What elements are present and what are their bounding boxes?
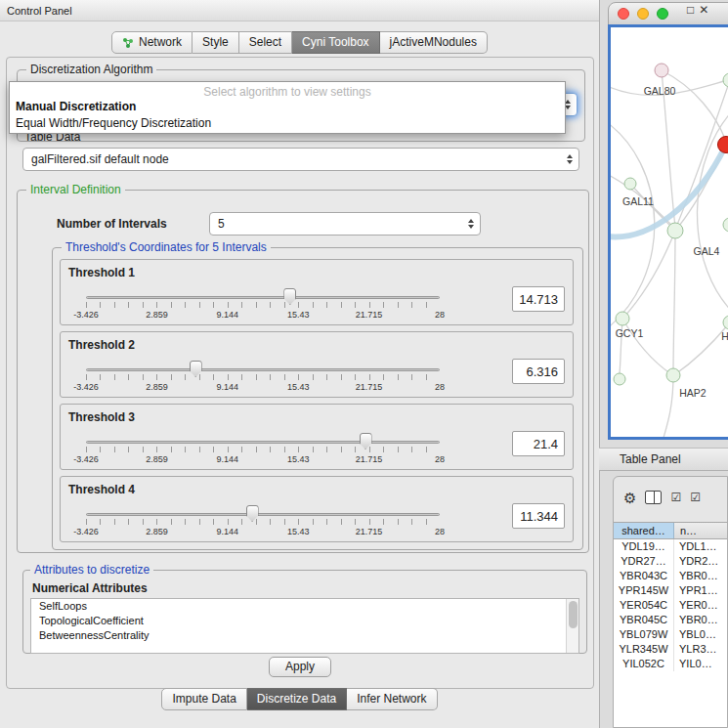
tab-infer-network[interactable]: Infer Network (347, 688, 437, 710)
column-header-name[interactable]: n… (674, 523, 727, 538)
top-tab-bar: Network Style Select Cyni Toolbox jActiv… (0, 31, 599, 54)
network-edge[interactable] (673, 231, 675, 373)
network-node[interactable] (718, 137, 728, 153)
table-window: ⚙ ☑ ☑ shared… n… YDL19…YDL1…YDR27…YDR2…Y… (613, 476, 728, 728)
mac-minimize-button[interactable] (637, 8, 649, 20)
cell-shared-name[interactable]: YER054C (614, 598, 674, 613)
mac-zoom-button[interactable] (657, 8, 668, 20)
threshold-slider[interactable]: -3.4262.8599.14415.4321.71528 (86, 360, 440, 395)
cell-shared-name[interactable]: YPR145W (614, 583, 674, 598)
scale-label: 21.715 (356, 527, 383, 536)
float-button[interactable]: □ (687, 3, 694, 17)
slider-track[interactable] (86, 441, 440, 444)
cell-name[interactable]: YIL0… (674, 657, 727, 671)
cell-name[interactable]: YBL0… (674, 627, 727, 642)
select-rows-checkbox-icon[interactable]: ☑ (690, 492, 701, 503)
table-row[interactable]: YBL079WYBL0… (614, 627, 727, 642)
table-row[interactable]: YLR345WYLR3… (614, 642, 727, 657)
network-node-label: GAL80 (644, 85, 676, 97)
table-row[interactable]: YER054CYER0… (614, 598, 727, 613)
list-item[interactable]: TopologicalCoefficient (31, 614, 578, 628)
network-node[interactable] (723, 73, 728, 87)
cell-shared-name[interactable]: YBR043C (614, 569, 674, 583)
threshold-value-box[interactable]: 21.4 (512, 431, 565, 456)
cell-shared-name[interactable]: YBL079W (614, 627, 674, 642)
popup-option-equal-width-frequency[interactable]: Equal Width/Frequency Discretization (10, 115, 565, 132)
network-node-hap2[interactable] (666, 368, 680, 382)
slider-track[interactable] (86, 368, 440, 371)
scale-label: 9.144 (217, 454, 239, 464)
list-item[interactable]: BetweennessCentrality (31, 628, 578, 643)
slider-ticks (86, 447, 440, 452)
threshold-slider[interactable]: -3.4262.8599.14415.4321.71528 (86, 432, 440, 467)
network-window-titlebar[interactable] (608, 2, 728, 25)
control-panel-titlebar: Control Panel (0, 0, 599, 21)
threshold-slider[interactable]: -3.4262.8599.14415.4321.71528 (86, 504, 440, 539)
mac-close-button[interactable] (618, 8, 629, 20)
cell-shared-name[interactable]: YDR27… (614, 554, 674, 569)
network-node-h[interactable] (723, 316, 728, 329)
settings-panel: Discretization Algorithm Select algorith… (6, 57, 594, 689)
numerical-attributes-list[interactable]: SelfLoopsTopologicalCoefficientBetweenne… (30, 598, 579, 654)
cell-name[interactable]: YDL1… (674, 539, 727, 554)
network-node[interactable] (667, 223, 683, 238)
list-scrollbar-thumb[interactable] (569, 601, 578, 628)
cell-shared-name[interactable]: YIL052C (614, 657, 674, 671)
tab-impute-data[interactable]: Impute Data (161, 688, 246, 710)
cell-shared-name[interactable]: YDL19… (614, 539, 674, 554)
table-row[interactable]: YBR045CYBR0… (614, 613, 727, 627)
tab-style[interactable]: Style (193, 31, 239, 54)
network-edge[interactable] (662, 70, 725, 139)
table-row[interactable]: YDR27…YDR2… (614, 554, 727, 569)
network-node-gcy1[interactable] (616, 312, 629, 325)
threshold-slider[interactable]: -3.4262.8599.14415.4321.71528 (86, 287, 440, 322)
table-data-combo-value: galFiltered.sif default node (31, 152, 169, 166)
slider-track[interactable] (86, 296, 440, 299)
table-row[interactable]: YPR145WYPR1… (614, 583, 727, 598)
apply-button[interactable]: Apply (269, 657, 331, 677)
network-canvas[interactable]: GAL80GAL11GAL4GCY1HHAP2 (608, 24, 728, 440)
gear-icon[interactable]: ⚙ (623, 491, 636, 505)
column-header-shared-name[interactable]: shared… (614, 523, 674, 538)
tab-select[interactable]: Select (239, 31, 292, 54)
tab-impute-data-label: Impute Data (172, 689, 236, 709)
network-edge[interactable] (675, 322, 728, 374)
cell-name[interactable]: YDR2… (674, 554, 727, 569)
cell-name[interactable]: YBR0… (674, 613, 727, 627)
tab-cyni-toolbox[interactable]: Cyni Toolbox (292, 31, 379, 54)
list-scrollbar[interactable] (566, 599, 578, 653)
cell-name[interactable]: YPR1… (674, 583, 727, 598)
network-icon (122, 37, 134, 49)
network-node-gal80[interactable] (655, 64, 668, 77)
slider-track[interactable] (86, 513, 440, 516)
network-edge[interactable] (611, 118, 655, 333)
popup-option-manual-discretization[interactable]: Manual Discretization (10, 99, 565, 115)
cell-shared-name[interactable]: YBR045C (614, 613, 674, 627)
number-of-intervals-combo[interactable]: 5 (209, 212, 481, 236)
tab-discretize-data[interactable]: Discretize Data (247, 688, 347, 710)
cell-name[interactable]: YER0… (674, 598, 727, 613)
threshold-value-box[interactable]: 14.713 (512, 286, 565, 312)
table-row[interactable]: YIL052CYIL0… (614, 657, 727, 671)
table-row[interactable]: YDL19…YDL1… (614, 539, 727, 554)
threshold-value-box[interactable]: 11.344 (512, 503, 565, 529)
network-edge[interactable] (624, 231, 675, 317)
cell-shared-name[interactable]: YLR345W (614, 642, 674, 657)
network-edge[interactable] (664, 375, 673, 437)
cell-name[interactable]: YBR0… (674, 569, 727, 583)
columns-icon[interactable] (645, 491, 662, 504)
select-all-checkbox-icon[interactable]: ☑ (670, 492, 681, 503)
cell-name[interactable]: YLR3… (674, 642, 727, 657)
network-node[interactable] (614, 373, 625, 385)
table-body[interactable]: YDL19…YDL1…YDR27…YDR2…YBR043CYBR0…YPR145… (614, 539, 727, 727)
table-row[interactable]: YBR043CYBR0… (614, 569, 727, 583)
list-item[interactable]: SelfLoops (31, 599, 578, 614)
table-data-combo[interactable]: galFiltered.sif default node (22, 148, 579, 171)
threshold-value-box[interactable]: 6.316 (512, 359, 565, 384)
tab-network[interactable]: Network (111, 31, 193, 54)
network-node-gal4[interactable] (723, 218, 728, 232)
close-button[interactable]: ✕ (699, 3, 708, 17)
tab-jactivemnodules[interactable]: jActiveMNodules (380, 31, 488, 54)
network-node-gal11[interactable] (624, 178, 636, 190)
scale-label: 21.715 (356, 310, 383, 320)
